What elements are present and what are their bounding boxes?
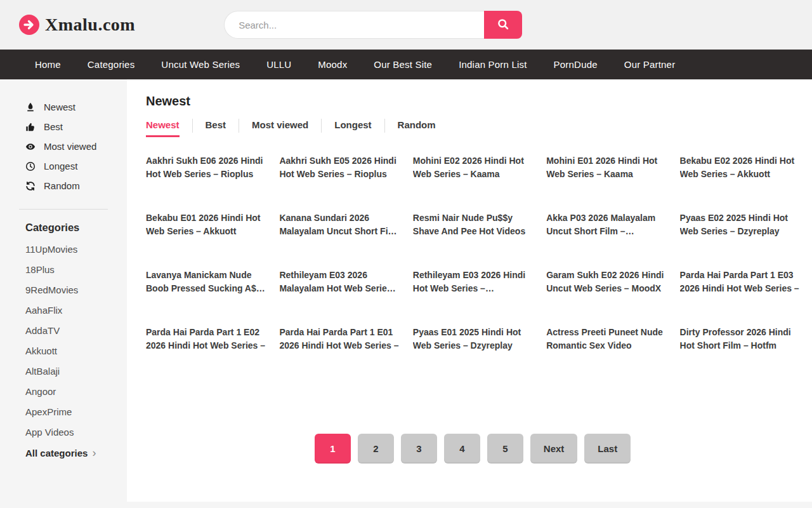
tab-newest[interactable]: Newest: [146, 119, 192, 137]
nav-item: ULLU: [253, 50, 304, 79]
nav-link[interactable]: PornDude: [540, 50, 611, 79]
video-cell: Pyaas E01 2025 Hindi Hot Web Series – Dz…: [413, 326, 532, 383]
category-item[interactable]: App Videos: [0, 422, 127, 442]
nav-link[interactable]: ULLU: [253, 50, 304, 79]
video-cell: Resmi Nair Nude Pu$$y Shave And Pee Hot …: [413, 211, 532, 269]
nav-item: Indian Porn List: [445, 50, 540, 79]
clock-icon: [25, 161, 36, 171]
page-button-4[interactable]: 4: [444, 434, 480, 464]
video-title-link[interactable]: Lavanya Manickam Nude Boob Pressed Sucki…: [146, 269, 265, 295]
video-title-link[interactable]: Bekabu E01 2026 Hindi Hot Web Series – A…: [146, 211, 265, 238]
magnifier-icon: [497, 18, 509, 32]
main-content: Newest NewestBestMost viewedLongestRando…: [127, 79, 812, 502]
page-button-3[interactable]: 3: [401, 434, 437, 464]
video-title-link[interactable]: Mohini E01 2026 Hindi Hot Web Series – K…: [546, 154, 665, 181]
sort-item-label: Random: [44, 180, 80, 191]
logo-text: Xmalu.com: [45, 15, 135, 35]
sort-item[interactable]: Random: [0, 176, 127, 196]
category-item[interactable]: AddaTV: [0, 320, 127, 340]
video-title-link[interactable]: Pyaas E02 2025 Hindi Hot Web Series – Dz…: [680, 211, 799, 238]
video-title-link[interactable]: Parda Hai Parda Part 1 E01 2026 Hindi Ho…: [279, 326, 398, 352]
video-cell: Akka P03 2026 Malayalam Uncut Short Film…: [546, 211, 665, 269]
page-button-last[interactable]: Last: [584, 434, 631, 464]
nav-item: Our Partner: [611, 50, 689, 79]
nav-item: Moodx: [304, 50, 360, 79]
video-title-link[interactable]: Rethileyam E03 2026 Malayalam Hot Web Se…: [279, 269, 398, 295]
nav-item: PornDude: [540, 50, 611, 79]
page-button-next[interactable]: Next: [530, 434, 578, 464]
video-title-link[interactable]: Actress Preeti Puneet Nude Romantic Sex …: [546, 326, 665, 352]
search-input[interactable]: [224, 11, 484, 39]
nav-link[interactable]: Categories: [74, 50, 148, 79]
search-form: [224, 11, 522, 39]
sort-tabs: NewestBestMost viewedLongestRandom: [146, 119, 799, 138]
page-button-2[interactable]: 2: [358, 434, 394, 464]
main-nav: HomeCategoriesUncut Web SeriesULLUMoodxO…: [0, 50, 812, 79]
page-button-1[interactable]: 1: [315, 434, 351, 464]
video-cell: Actress Preeti Puneet Nude Romantic Sex …: [546, 326, 665, 383]
pagination: 12345NextLast: [146, 434, 799, 464]
sidebar: NewestBestMost viewedLongestRandom Categ…: [0, 79, 127, 502]
nav-item: Our Best Site: [360, 50, 445, 79]
sort-item[interactable]: Longest: [0, 156, 127, 176]
logo[interactable]: Xmalu.com: [19, 15, 135, 35]
video-cell: Kanana Sundari 2026 Malayalam Uncut Shor…: [279, 211, 398, 269]
tab-most-viewed[interactable]: Most viewed: [239, 119, 321, 137]
video-title-link[interactable]: Parda Hai Parda Part 1 E03 2026 Hindi Ho…: [680, 269, 799, 295]
sort-item[interactable]: Most viewed: [0, 137, 127, 156]
nav-link[interactable]: Home: [22, 50, 74, 79]
sidebar-divider: [19, 209, 108, 210]
tab-random[interactable]: Random: [385, 119, 449, 137]
category-item[interactable]: ApexPrime: [0, 401, 127, 422]
sort-item[interactable]: Newest: [0, 97, 127, 117]
category-item[interactable]: AltBalaji: [0, 361, 127, 381]
nav-link[interactable]: Moodx: [304, 50, 360, 79]
video-title-link[interactable]: Aakhri Sukh E06 2026 Hindi Hot Web Serie…: [146, 154, 265, 181]
video-title-link[interactable]: Dirty Professor 2026 Hindi Hot Short Fil…: [680, 326, 799, 352]
nav-link[interactable]: Our Best Site: [360, 50, 445, 79]
video-title-link[interactable]: Mohini E02 2026 Hindi Hot Web Series – K…: [413, 154, 532, 181]
sort-item-label: Most viewed: [44, 141, 96, 152]
video-cell: Parda Hai Parda Part 1 E02 2026 Hindi Ho…: [146, 326, 265, 383]
nav-link[interactable]: Indian Porn List: [445, 50, 540, 79]
video-cell: Mohini E01 2026 Hindi Hot Web Series – K…: [546, 154, 665, 211]
category-item[interactable]: Angoor: [0, 381, 127, 401]
page-title: Newest: [146, 94, 799, 109]
video-title-link[interactable]: Bekabu E02 2026 Hindi Hot Web Series – A…: [680, 154, 799, 181]
content-layout: NewestBestMost viewedLongestRandom Categ…: [0, 79, 812, 502]
video-title-link[interactable]: Aakhri Sukh E05 2026 Hindi Hot Web Serie…: [279, 154, 398, 181]
nav-link[interactable]: Our Partner: [611, 50, 689, 79]
category-item[interactable]: Akkuott: [0, 340, 127, 361]
search-button[interactable]: [484, 11, 522, 39]
sort-item[interactable]: Best: [0, 117, 127, 137]
video-title-link[interactable]: Garam Sukh E02 2026 Hindi Uncut Web Seri…: [546, 269, 665, 295]
category-item[interactable]: 18Plus: [0, 259, 127, 279]
video-cell: Bekabu E01 2026 Hindi Hot Web Series – A…: [146, 211, 265, 269]
video-cell: Garam Sukh E02 2026 Hindi Uncut Web Seri…: [546, 269, 665, 326]
nav-link[interactable]: Uncut Web Series: [148, 50, 253, 79]
category-item[interactable]: 11UpMovies: [0, 239, 127, 259]
categories-title: Categories: [25, 222, 127, 234]
video-cell: Dirty Professor 2026 Hindi Hot Short Fil…: [680, 326, 799, 383]
sort-item-label: Best: [44, 121, 63, 132]
tab-longest[interactable]: Longest: [322, 119, 384, 137]
arrow-circle-right-icon: [19, 15, 39, 35]
video-cell: Parda Hai Parda Part 1 E03 2026 Hindi Ho…: [680, 269, 799, 326]
video-title-link[interactable]: Akka P03 2026 Malayalam Uncut Short Film…: [546, 211, 665, 238]
video-cell: Lavanya Manickam Nude Boob Pressed Sucki…: [146, 269, 265, 326]
all-categories-link[interactable]: All categories ›: [0, 442, 127, 464]
category-item[interactable]: AahaFlix: [0, 300, 127, 320]
video-title-link[interactable]: Pyaas E01 2025 Hindi Hot Web Series – Dz…: [413, 326, 532, 352]
video-title-link[interactable]: Resmi Nair Nude Pu$$y Shave And Pee Hot …: [413, 211, 532, 238]
video-title-link[interactable]: Rethileyam E03 2026 Hindi Hot Web Series…: [413, 269, 532, 295]
tab-best[interactable]: Best: [193, 119, 239, 137]
video-cell: Aakhri Sukh E05 2026 Hindi Hot Web Serie…: [279, 154, 398, 211]
video-title-link[interactable]: Parda Hai Parda Part 1 E02 2026 Hindi Ho…: [146, 326, 265, 352]
footer-strip: [0, 502, 812, 508]
video-title-link[interactable]: Kanana Sundari 2026 Malayalam Uncut Shor…: [279, 211, 398, 238]
video-cell: Bekabu E02 2026 Hindi Hot Web Series – A…: [680, 154, 799, 211]
nav-item: Home: [22, 50, 74, 79]
page-button-5[interactable]: 5: [487, 434, 523, 464]
video-grid: Aakhri Sukh E06 2026 Hindi Hot Web Serie…: [146, 154, 799, 383]
category-item[interactable]: 9RedMovies: [0, 279, 127, 300]
